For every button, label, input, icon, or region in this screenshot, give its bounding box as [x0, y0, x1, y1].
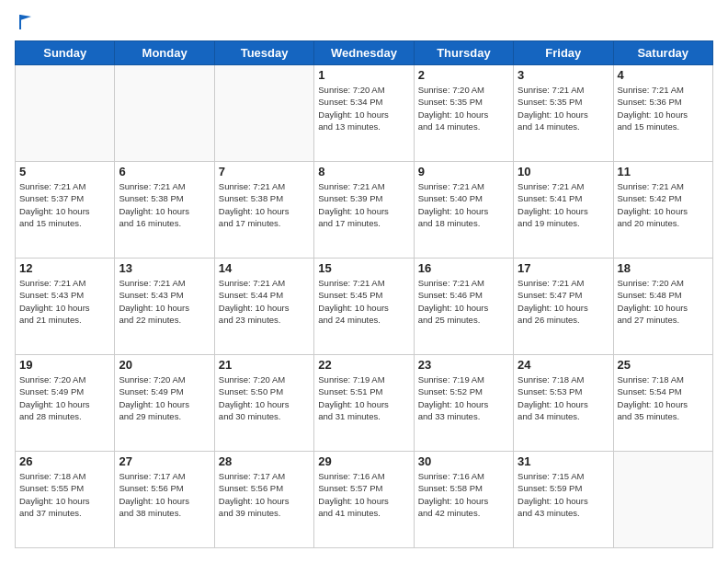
day-info: Sunrise: 7:21 AM Sunset: 5:39 PM Dayligh…: [318, 180, 409, 229]
day-cell-6: 6Sunrise: 7:21 AM Sunset: 5:38 PM Daylig…: [115, 162, 214, 259]
day-number: 27: [119, 454, 210, 468]
day-info: Sunrise: 7:17 AM Sunset: 5:56 PM Dayligh…: [219, 470, 310, 519]
week-row-5: 26Sunrise: 7:18 AM Sunset: 5:55 PM Dayli…: [16, 452, 713, 548]
day-info: Sunrise: 7:16 AM Sunset: 5:58 PM Dayligh…: [418, 470, 509, 519]
day-header-thursday: Thursday: [414, 41, 513, 65]
empty-cell: [115, 65, 214, 162]
day-number: 25: [618, 358, 709, 372]
day-info: Sunrise: 7:21 AM Sunset: 5:42 PM Dayligh…: [618, 180, 709, 229]
day-number: 5: [19, 165, 110, 178]
day-number: 17: [518, 261, 609, 275]
week-row-1: 1Sunrise: 7:20 AM Sunset: 5:34 PM Daylig…: [16, 65, 713, 162]
day-info: Sunrise: 7:20 AM Sunset: 5:49 PM Dayligh…: [119, 373, 210, 422]
day-info: Sunrise: 7:17 AM Sunset: 5:56 PM Dayligh…: [119, 470, 210, 519]
day-cell-17: 17Sunrise: 7:21 AM Sunset: 5:47 PM Dayli…: [514, 259, 613, 355]
day-number: 8: [318, 165, 409, 178]
day-number: 13: [119, 261, 210, 275]
day-number: 10: [518, 165, 609, 178]
day-info: Sunrise: 7:21 AM Sunset: 5:38 PM Dayligh…: [219, 180, 310, 229]
day-cell-26: 26Sunrise: 7:18 AM Sunset: 5:55 PM Dayli…: [16, 452, 115, 548]
day-number: 3: [518, 68, 609, 82]
day-info: Sunrise: 7:16 AM Sunset: 5:57 PM Dayligh…: [318, 470, 409, 519]
day-cell-2: 2Sunrise: 7:20 AM Sunset: 5:35 PM Daylig…: [414, 65, 513, 162]
day-cell-28: 28Sunrise: 7:17 AM Sunset: 5:56 PM Dayli…: [214, 452, 313, 548]
day-info: Sunrise: 7:15 AM Sunset: 5:59 PM Dayligh…: [518, 470, 609, 519]
day-number: 16: [418, 261, 509, 275]
day-cell-3: 3Sunrise: 7:21 AM Sunset: 5:35 PM Daylig…: [514, 65, 613, 162]
day-cell-29: 29Sunrise: 7:16 AM Sunset: 5:57 PM Dayli…: [314, 452, 414, 548]
day-info: Sunrise: 7:21 AM Sunset: 5:47 PM Dayligh…: [518, 277, 609, 326]
day-header-wednesday: Wednesday: [314, 41, 414, 65]
day-number: 2: [418, 68, 509, 82]
day-info: Sunrise: 7:21 AM Sunset: 5:46 PM Dayligh…: [418, 277, 509, 326]
week-row-2: 5Sunrise: 7:21 AM Sunset: 5:37 PM Daylig…: [16, 162, 713, 259]
day-number: 12: [19, 261, 110, 275]
day-number: 29: [318, 454, 409, 468]
day-header-sunday: Sunday: [16, 41, 115, 65]
calendar-header-row: SundayMondayTuesdayWednesdayThursdayFrid…: [16, 41, 713, 65]
week-row-3: 12Sunrise: 7:21 AM Sunset: 5:43 PM Dayli…: [16, 259, 713, 355]
day-number: 26: [19, 454, 110, 468]
day-info: Sunrise: 7:20 AM Sunset: 5:34 PM Dayligh…: [318, 84, 409, 132]
day-cell-23: 23Sunrise: 7:19 AM Sunset: 5:52 PM Dayli…: [414, 355, 513, 452]
day-info: Sunrise: 7:20 AM Sunset: 5:50 PM Dayligh…: [219, 373, 310, 422]
week-row-4: 19Sunrise: 7:20 AM Sunset: 5:49 PM Dayli…: [16, 355, 713, 452]
day-info: Sunrise: 7:18 AM Sunset: 5:55 PM Dayligh…: [19, 470, 110, 519]
day-info: Sunrise: 7:21 AM Sunset: 5:36 PM Dayligh…: [618, 84, 709, 132]
day-number: 7: [219, 165, 310, 178]
day-cell-11: 11Sunrise: 7:21 AM Sunset: 5:42 PM Dayli…: [613, 162, 712, 259]
day-cell-27: 27Sunrise: 7:17 AM Sunset: 5:56 PM Dayli…: [115, 452, 214, 548]
day-info: Sunrise: 7:21 AM Sunset: 5:44 PM Dayligh…: [219, 277, 310, 326]
day-info: Sunrise: 7:21 AM Sunset: 5:43 PM Dayligh…: [119, 277, 210, 326]
day-info: Sunrise: 7:20 AM Sunset: 5:35 PM Dayligh…: [418, 84, 509, 132]
day-info: Sunrise: 7:21 AM Sunset: 5:38 PM Dayligh…: [119, 180, 210, 229]
day-number: 1: [318, 68, 409, 82]
day-number: 23: [418, 358, 509, 372]
day-cell-5: 5Sunrise: 7:21 AM Sunset: 5:37 PM Daylig…: [16, 162, 115, 259]
day-info: Sunrise: 7:19 AM Sunset: 5:52 PM Dayligh…: [418, 373, 509, 422]
logo-flag-icon: [17, 13, 33, 31]
day-header-monday: Monday: [115, 41, 214, 65]
day-number: 14: [219, 261, 310, 275]
empty-cell: [613, 452, 712, 548]
day-number: 21: [219, 358, 310, 372]
day-info: Sunrise: 7:21 AM Sunset: 5:45 PM Dayligh…: [318, 277, 409, 326]
day-info: Sunrise: 7:21 AM Sunset: 5:37 PM Dayligh…: [19, 180, 110, 229]
day-cell-7: 7Sunrise: 7:21 AM Sunset: 5:38 PM Daylig…: [214, 162, 313, 259]
day-number: 22: [318, 358, 409, 372]
day-cell-12: 12Sunrise: 7:21 AM Sunset: 5:43 PM Dayli…: [16, 259, 115, 355]
logo: [15, 15, 33, 31]
day-cell-14: 14Sunrise: 7:21 AM Sunset: 5:44 PM Dayli…: [214, 259, 313, 355]
day-cell-13: 13Sunrise: 7:21 AM Sunset: 5:43 PM Dayli…: [115, 259, 214, 355]
day-cell-21: 21Sunrise: 7:20 AM Sunset: 5:50 PM Dayli…: [214, 355, 313, 452]
day-header-friday: Friday: [514, 41, 613, 65]
day-cell-18: 18Sunrise: 7:20 AM Sunset: 5:48 PM Dayli…: [613, 259, 712, 355]
day-cell-25: 25Sunrise: 7:18 AM Sunset: 5:54 PM Dayli…: [613, 355, 712, 452]
day-info: Sunrise: 7:21 AM Sunset: 5:43 PM Dayligh…: [19, 277, 110, 326]
day-number: 20: [119, 358, 210, 372]
day-number: 30: [418, 454, 509, 468]
header: [15, 15, 713, 31]
day-cell-31: 31Sunrise: 7:15 AM Sunset: 5:59 PM Dayli…: [514, 452, 613, 548]
day-cell-15: 15Sunrise: 7:21 AM Sunset: 5:45 PM Dayli…: [314, 259, 414, 355]
day-number: 19: [19, 358, 110, 372]
day-info: Sunrise: 7:20 AM Sunset: 5:48 PM Dayligh…: [618, 277, 709, 326]
day-info: Sunrise: 7:20 AM Sunset: 5:49 PM Dayligh…: [19, 373, 110, 422]
empty-cell: [214, 65, 313, 162]
day-cell-8: 8Sunrise: 7:21 AM Sunset: 5:39 PM Daylig…: [314, 162, 414, 259]
day-cell-10: 10Sunrise: 7:21 AM Sunset: 5:41 PM Dayli…: [514, 162, 613, 259]
day-cell-9: 9Sunrise: 7:21 AM Sunset: 5:40 PM Daylig…: [414, 162, 513, 259]
day-cell-22: 22Sunrise: 7:19 AM Sunset: 5:51 PM Dayli…: [314, 355, 414, 452]
page: SundayMondayTuesdayWednesdayThursdayFrid…: [0, 0, 728, 563]
day-cell-4: 4Sunrise: 7:21 AM Sunset: 5:36 PM Daylig…: [613, 65, 712, 162]
day-cell-30: 30Sunrise: 7:16 AM Sunset: 5:58 PM Dayli…: [414, 452, 513, 548]
day-cell-16: 16Sunrise: 7:21 AM Sunset: 5:46 PM Dayli…: [414, 259, 513, 355]
calendar-table: SundayMondayTuesdayWednesdayThursdayFrid…: [15, 40, 713, 548]
day-info: Sunrise: 7:18 AM Sunset: 5:54 PM Dayligh…: [618, 373, 709, 422]
day-number: 31: [518, 454, 609, 468]
day-info: Sunrise: 7:21 AM Sunset: 5:41 PM Dayligh…: [518, 180, 609, 229]
day-info: Sunrise: 7:18 AM Sunset: 5:53 PM Dayligh…: [518, 373, 609, 422]
day-header-saturday: Saturday: [613, 41, 712, 65]
day-header-tuesday: Tuesday: [214, 41, 313, 65]
day-cell-24: 24Sunrise: 7:18 AM Sunset: 5:53 PM Dayli…: [514, 355, 613, 452]
